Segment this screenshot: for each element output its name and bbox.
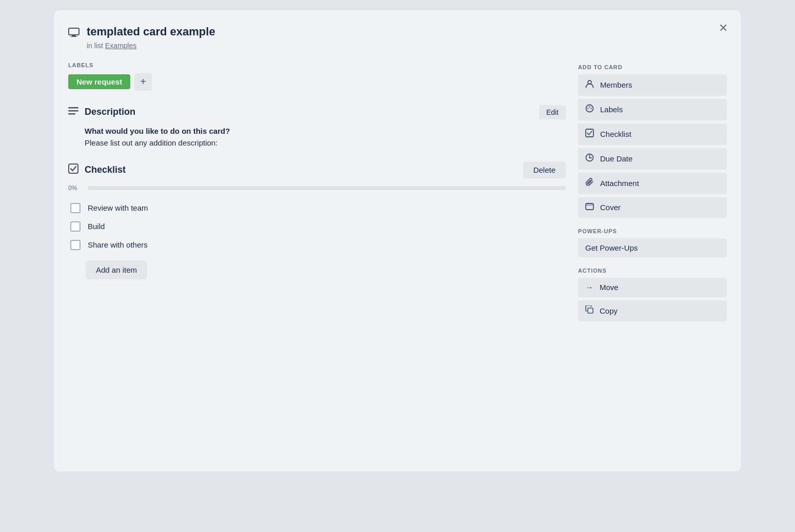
card-subtitle: in list Examples (87, 42, 727, 50)
desc-bold-text: What would you like to do on this card? (85, 127, 566, 135)
modal-header: templated card example in list Examples (68, 25, 727, 50)
labels-icon (585, 104, 594, 115)
svg-point-10 (589, 106, 590, 107)
modal-body: LABELS New request + Descrip (68, 62, 727, 457)
card-title: templated card example (87, 25, 727, 39)
checklist-sidebar-label: Checklist (600, 130, 631, 138)
svg-rect-3 (68, 107, 78, 109)
checklist-item: Share with others (70, 236, 566, 254)
labels-section: LABELS New request + (68, 62, 566, 91)
main-content: LABELS New request + Descrip (68, 62, 566, 457)
members-icon (585, 79, 594, 91)
checklist-title: Checklist (85, 165, 517, 175)
add-label-button[interactable]: + (134, 73, 152, 91)
edit-description-button[interactable]: Edit (539, 105, 566, 119)
description-content: What would you like to do on this card? … (68, 127, 566, 147)
svg-rect-4 (68, 110, 78, 112)
move-label: Move (600, 283, 619, 292)
labels-heading: LABELS (68, 62, 566, 68)
svg-rect-0 (69, 28, 79, 35)
svg-rect-6 (69, 164, 78, 173)
card-modal: templated card example in list Examples … (54, 10, 741, 472)
svg-point-9 (587, 108, 588, 109)
get-power-ups-label: Get Power-Ups (585, 243, 638, 252)
due-date-icon (585, 153, 594, 165)
cover-icon (585, 202, 594, 213)
power-ups-section: POWER-UPS Get Power-Ups (578, 228, 727, 257)
copy-label: Copy (600, 306, 618, 315)
attachment-button[interactable]: Attachment (578, 173, 727, 194)
labels-label: Labels (600, 105, 623, 114)
svg-rect-1 (72, 35, 76, 36)
cover-button[interactable]: Cover (578, 197, 727, 218)
progress-percentage: 0% (68, 185, 83, 192)
description-section: Description Edit What would you like to … (68, 105, 566, 147)
copy-button[interactable]: Copy (578, 300, 727, 321)
checklist-item-text-2: Build (88, 222, 105, 231)
add-to-card-section: ADD TO CARD Members (578, 64, 727, 218)
checklist-sidebar-icon (585, 129, 594, 140)
checklist-icon (68, 163, 78, 176)
members-button[interactable]: Members (578, 74, 727, 96)
add-item-button[interactable]: Add an item (86, 260, 147, 279)
attachment-label: Attachment (600, 179, 639, 188)
checklist-checkbox-1[interactable] (70, 203, 81, 213)
close-button[interactable]: ✕ (714, 19, 732, 37)
labels-row: New request + (68, 73, 566, 91)
add-to-card-heading: ADD TO CARD (578, 64, 727, 70)
description-title: Description (85, 107, 533, 117)
checklist-item-text-3: Share with others (88, 240, 148, 249)
cover-label: Cover (600, 203, 621, 212)
progress-bar-background (88, 186, 566, 190)
move-button[interactable]: → Move (578, 278, 727, 297)
labels-button[interactable]: Labels (578, 99, 727, 120)
get-power-ups-button[interactable]: Get Power-Ups (578, 238, 727, 257)
checklist-header: Checklist Delete (68, 161, 566, 178)
copy-icon (585, 305, 593, 316)
attachment-icon (585, 178, 594, 189)
new-request-label[interactable]: New request (68, 74, 130, 89)
sidebar: ADD TO CARD Members (578, 62, 727, 457)
svg-rect-16 (588, 308, 593, 313)
card-type-icon (68, 27, 80, 40)
desc-header: Description Edit (68, 105, 566, 119)
svg-point-8 (586, 105, 593, 112)
checklist-section: Checklist Delete 0% Review with team (68, 161, 566, 279)
due-date-label: Due Date (600, 154, 632, 163)
actions-section: ACTIONS → Move Copy (578, 268, 727, 321)
description-icon (68, 106, 78, 118)
svg-rect-15 (586, 203, 593, 206)
svg-rect-5 (68, 113, 75, 115)
svg-rect-2 (70, 36, 77, 37)
desc-body-text: Please list out any addition description… (85, 138, 566, 147)
checklist-items: Review with team Build Share with others (68, 199, 566, 254)
members-label: Members (600, 80, 632, 89)
svg-point-11 (590, 108, 591, 109)
due-date-button[interactable]: Due Date (578, 148, 727, 170)
checklist-item: Review with team (70, 199, 566, 217)
checklist-item-text-1: Review with team (88, 203, 148, 212)
subtitle-prefix: in list (87, 42, 105, 50)
delete-checklist-button[interactable]: Delete (523, 161, 566, 178)
move-icon: → (585, 283, 593, 292)
checklist-sidebar-button[interactable]: Checklist (578, 124, 727, 145)
progress-row: 0% (68, 185, 566, 192)
power-ups-heading: POWER-UPS (578, 228, 727, 234)
checklist-checkbox-2[interactable] (70, 221, 81, 232)
modal-title-block: templated card example in list Examples (87, 25, 727, 50)
checklist-checkbox-3[interactable] (70, 240, 81, 250)
list-link[interactable]: Examples (105, 42, 136, 50)
checklist-item: Build (70, 217, 566, 236)
actions-heading: ACTIONS (578, 268, 727, 274)
